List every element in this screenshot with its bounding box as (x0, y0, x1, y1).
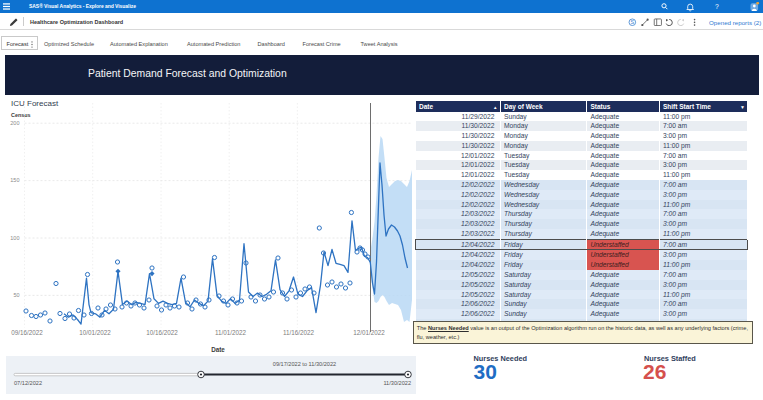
svg-text:11/16/2022: 11/16/2022 (283, 329, 315, 336)
svg-text:ICU Forecast: ICU Forecast (11, 99, 59, 108)
svg-text:11/01/2022: 11/01/2022 (215, 329, 247, 336)
svg-text:10/01/2022: 10/01/2022 (79, 329, 111, 336)
svg-text:09/16/2022: 09/16/2022 (11, 329, 43, 336)
svg-text:12/01/2022: 12/01/2022 (353, 329, 385, 336)
svg-text:Date: Date (211, 346, 225, 353)
svg-text:50: 50 (13, 292, 19, 298)
svg-text:100: 100 (10, 235, 19, 241)
svg-text:10/16/2022: 10/16/2022 (146, 329, 178, 336)
svg-text:Census: Census (11, 112, 30, 118)
svg-text:?: ? (715, 3, 719, 10)
svg-text:200: 200 (10, 120, 19, 126)
svg-text:150: 150 (10, 177, 19, 183)
svg-text:S: S (631, 19, 635, 25)
